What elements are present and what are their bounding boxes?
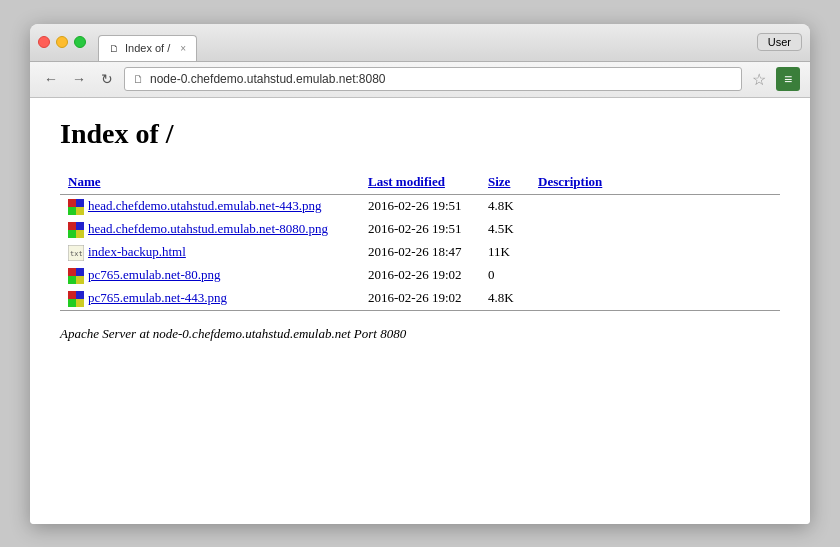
file-type-icon: txt — [68, 244, 88, 259]
file-type-icon — [68, 221, 88, 236]
svg-rect-8 — [68, 230, 76, 238]
column-header-name: Name — [60, 170, 360, 195]
file-desc-cell — [530, 264, 780, 287]
page-title: Index of / — [60, 118, 780, 150]
svg-rect-3 — [68, 207, 76, 215]
address-page-icon: 🗋 — [133, 73, 144, 85]
svg-rect-15 — [68, 276, 76, 284]
file-size-cell: 11K — [480, 241, 530, 264]
svg-rect-18 — [68, 291, 76, 299]
back-button[interactable]: ← — [40, 68, 62, 90]
address-bar[interactable]: 🗋 node-0.chefdemo.utahstud.emulab.net:80… — [124, 67, 742, 91]
svg-rect-16 — [76, 276, 84, 284]
bookmark-button[interactable]: ☆ — [748, 70, 770, 89]
table-row: pc765.emulab.net-80.png2016-02-26 19:020 — [60, 264, 780, 287]
svg-rect-2 — [76, 199, 84, 207]
file-size-cell: 4.5K — [480, 218, 530, 241]
file-name-cell: txt index-backup.html — [60, 241, 360, 264]
file-table: Name Last modified Size Description — [60, 170, 780, 318]
table-row: head.chefdemo.utahstud.emulab.net-443.pn… — [60, 194, 780, 218]
file-date-cell: 2016-02-26 18:47 — [360, 241, 480, 264]
svg-rect-14 — [76, 268, 84, 276]
file-type-icon — [68, 290, 88, 305]
file-desc-cell — [530, 241, 780, 264]
tab-page-icon: 🗋 — [109, 43, 119, 54]
server-footer: Apache Server at node-0.chefdemo.utahstu… — [60, 326, 780, 342]
svg-rect-6 — [68, 222, 76, 230]
minimize-button[interactable] — [56, 36, 68, 48]
file-name-cell: head.chefdemo.utahstud.emulab.net-8080.p… — [60, 218, 360, 241]
reload-button[interactable]: ↻ — [96, 68, 118, 90]
file-name-cell: pc765.emulab.net-80.png — [60, 264, 360, 287]
file-link[interactable]: head.chefdemo.utahstud.emulab.net-8080.p… — [88, 221, 328, 236]
close-button[interactable] — [38, 36, 50, 48]
file-date-cell: 2016-02-26 19:51 — [360, 194, 480, 218]
table-header-row: Name Last modified Size Description — [60, 170, 780, 195]
tab-area: 🗋 Index of / × — [98, 24, 197, 61]
svg-text:txt: txt — [70, 250, 83, 258]
maximize-button[interactable] — [74, 36, 86, 48]
svg-rect-19 — [76, 291, 84, 299]
file-link[interactable]: index-backup.html — [88, 244, 186, 259]
toolbar: ← → ↻ 🗋 node-0.chefdemo.utahstud.emulab.… — [30, 62, 810, 98]
address-text: node-0.chefdemo.utahstud.emulab.net:8080 — [150, 72, 386, 86]
page-content: Index of / Name Last modified Size Descr… — [30, 98, 810, 524]
svg-rect-4 — [76, 207, 84, 215]
sort-by-size-link[interactable]: Size — [488, 174, 510, 189]
sort-by-desc-link[interactable]: Description — [538, 174, 602, 189]
table-row: head.chefdemo.utahstud.emulab.net-8080.p… — [60, 218, 780, 241]
table-separator-row — [60, 310, 780, 318]
file-type-icon — [68, 198, 88, 213]
column-header-last-modified: Last modified — [360, 170, 480, 195]
file-size-cell: 4.8K — [480, 194, 530, 218]
file-size-cell: 0 — [480, 264, 530, 287]
tab-close-button[interactable]: × — [180, 43, 186, 54]
title-bar: 🗋 Index of / × User — [30, 24, 810, 62]
file-link[interactable]: pc765.emulab.net-80.png — [88, 267, 221, 282]
svg-rect-9 — [76, 230, 84, 238]
tab-label: Index of / — [125, 42, 170, 54]
file-name-cell: head.chefdemo.utahstud.emulab.net-443.pn… — [60, 194, 360, 218]
traffic-lights — [38, 36, 86, 48]
svg-rect-13 — [68, 268, 76, 276]
file-link[interactable]: head.chefdemo.utahstud.emulab.net-443.pn… — [88, 198, 322, 213]
forward-button[interactable]: → — [68, 68, 90, 90]
svg-rect-7 — [76, 222, 84, 230]
sort-by-date-link[interactable]: Last modified — [368, 174, 445, 189]
browser-tab[interactable]: 🗋 Index of / × — [98, 35, 197, 61]
file-link[interactable]: pc765.emulab.net-443.png — [88, 290, 227, 305]
user-button[interactable]: User — [757, 33, 802, 51]
column-header-description: Description — [530, 170, 780, 195]
file-type-icon — [68, 267, 88, 282]
menu-button[interactable]: ≡ — [776, 67, 800, 91]
file-desc-cell — [530, 287, 780, 311]
table-row: pc765.emulab.net-443.png2016-02-26 19:02… — [60, 287, 780, 311]
column-header-size: Size — [480, 170, 530, 195]
table-row: txt index-backup.html2016-02-26 18:4711K — [60, 241, 780, 264]
sort-by-name-link[interactable]: Name — [68, 174, 101, 189]
file-date-cell: 2016-02-26 19:02 — [360, 287, 480, 311]
file-desc-cell — [530, 194, 780, 218]
file-size-cell: 4.8K — [480, 287, 530, 311]
file-date-cell: 2016-02-26 19:51 — [360, 218, 480, 241]
file-desc-cell — [530, 218, 780, 241]
svg-rect-20 — [68, 299, 76, 307]
browser-window: 🗋 Index of / × User ← → ↻ 🗋 node-0.chefd… — [30, 24, 810, 524]
file-name-cell: pc765.emulab.net-443.png — [60, 287, 360, 311]
file-date-cell: 2016-02-26 19:02 — [360, 264, 480, 287]
svg-rect-1 — [68, 199, 76, 207]
svg-rect-21 — [76, 299, 84, 307]
